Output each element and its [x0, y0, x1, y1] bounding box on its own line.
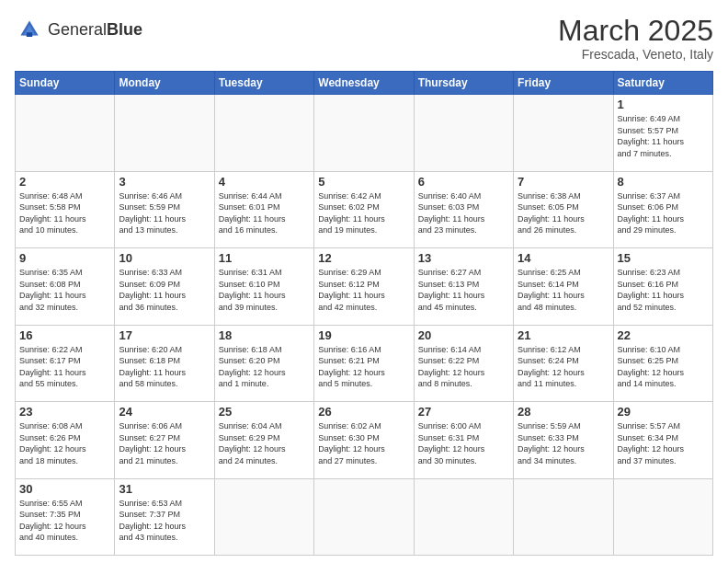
- day-header-monday: Monday: [115, 72, 214, 95]
- calendar-cell: [613, 478, 712, 555]
- day-info: Sunrise: 6:55 AM Sunset: 7:35 PM Dayligh…: [19, 498, 110, 544]
- day-info: Sunrise: 6:10 AM Sunset: 6:25 PM Dayligh…: [618, 344, 709, 390]
- calendar-table: SundayMondayTuesdayWednesdayThursdayFrid…: [15, 71, 713, 556]
- day-number: 28: [518, 405, 609, 419]
- day-info: Sunrise: 6:46 AM Sunset: 5:59 PM Dayligh…: [119, 190, 210, 236]
- calendar-cell: [115, 95, 214, 171]
- calendar-week-5: 30Sunrise: 6:55 AM Sunset: 7:35 PM Dayli…: [16, 478, 713, 555]
- day-header-friday: Friday: [514, 72, 613, 95]
- day-info: Sunrise: 6:31 AM Sunset: 6:10 PM Dayligh…: [219, 267, 310, 313]
- day-number: 3: [119, 175, 210, 189]
- calendar-cell: [214, 95, 313, 171]
- calendar-header-row: SundayMondayTuesdayWednesdayThursdayFrid…: [16, 72, 713, 95]
- day-info: Sunrise: 6:35 AM Sunset: 6:08 PM Dayligh…: [19, 267, 110, 313]
- title-block: March 2025 Frescada, Veneto, Italy: [558, 15, 713, 62]
- day-info: Sunrise: 6:20 AM Sunset: 6:18 PM Dayligh…: [119, 344, 210, 390]
- calendar-cell: 19Sunrise: 6:16 AM Sunset: 6:21 PM Dayli…: [314, 325, 414, 401]
- calendar-cell: 26Sunrise: 6:02 AM Sunset: 6:30 PM Dayli…: [314, 402, 414, 478]
- day-info: Sunrise: 6:23 AM Sunset: 6:16 PM Dayligh…: [618, 267, 709, 313]
- day-number: 26: [318, 405, 409, 419]
- day-info: Sunrise: 6:38 AM Sunset: 6:05 PM Dayligh…: [518, 190, 609, 236]
- calendar-cell: 23Sunrise: 6:08 AM Sunset: 6:26 PM Dayli…: [16, 402, 115, 478]
- day-number: 27: [418, 405, 509, 419]
- day-number: 22: [618, 328, 709, 342]
- calendar-cell: 24Sunrise: 6:06 AM Sunset: 6:27 PM Dayli…: [115, 402, 214, 478]
- day-info: Sunrise: 6:00 AM Sunset: 6:31 PM Dayligh…: [418, 420, 509, 466]
- day-info: Sunrise: 6:06 AM Sunset: 6:27 PM Dayligh…: [119, 420, 210, 466]
- calendar-cell: [214, 478, 313, 555]
- day-info: Sunrise: 6:12 AM Sunset: 6:24 PM Dayligh…: [518, 344, 609, 390]
- day-number: 2: [19, 175, 110, 189]
- day-info: Sunrise: 6:42 AM Sunset: 6:02 PM Dayligh…: [318, 190, 409, 236]
- calendar-cell: 3Sunrise: 6:46 AM Sunset: 5:59 PM Daylig…: [115, 171, 214, 247]
- calendar-week-3: 16Sunrise: 6:22 AM Sunset: 6:17 PM Dayli…: [16, 325, 713, 401]
- day-number: 15: [618, 251, 709, 265]
- day-number: 18: [219, 328, 310, 342]
- day-info: Sunrise: 6:02 AM Sunset: 6:30 PM Dayligh…: [318, 420, 409, 466]
- day-info: Sunrise: 6:40 AM Sunset: 6:03 PM Dayligh…: [418, 190, 509, 236]
- day-number: 11: [219, 251, 310, 265]
- day-header-sunday: Sunday: [16, 72, 115, 95]
- day-info: Sunrise: 6:08 AM Sunset: 6:26 PM Dayligh…: [19, 420, 110, 466]
- day-number: 21: [518, 328, 609, 342]
- page: GeneralBlue March 2025 Frescada, Veneto,…: [0, 0, 728, 563]
- calendar-cell: [514, 478, 613, 555]
- day-number: 23: [19, 405, 110, 419]
- calendar-cell: 25Sunrise: 6:04 AM Sunset: 6:29 PM Dayli…: [214, 402, 313, 478]
- day-number: 9: [19, 251, 110, 265]
- day-number: 4: [219, 175, 310, 189]
- day-number: 29: [618, 405, 709, 419]
- day-info: Sunrise: 6:04 AM Sunset: 6:29 PM Dayligh…: [219, 420, 310, 466]
- svg-rect-2: [27, 32, 32, 37]
- month-title: March 2025: [558, 15, 713, 47]
- calendar-cell: 13Sunrise: 6:27 AM Sunset: 6:13 PM Dayli…: [414, 248, 513, 325]
- calendar-cell: [314, 95, 414, 171]
- calendar-cell: 20Sunrise: 6:14 AM Sunset: 6:22 PM Dayli…: [414, 325, 513, 401]
- calendar-cell: 1Sunrise: 6:49 AM Sunset: 5:57 PM Daylig…: [613, 95, 712, 171]
- day-number: 30: [19, 482, 110, 496]
- day-info: Sunrise: 6:27 AM Sunset: 6:13 PM Dayligh…: [418, 267, 509, 313]
- logo-text: GeneralBlue: [48, 21, 142, 38]
- day-info: Sunrise: 6:18 AM Sunset: 6:20 PM Dayligh…: [219, 344, 310, 390]
- header: GeneralBlue March 2025 Frescada, Veneto,…: [15, 15, 713, 62]
- calendar-cell: [414, 478, 513, 555]
- day-number: 8: [618, 175, 709, 189]
- day-number: 13: [418, 251, 509, 265]
- calendar-cell: 17Sunrise: 6:20 AM Sunset: 6:18 PM Dayli…: [115, 325, 214, 401]
- generalblue-logo-icon: [15, 15, 44, 44]
- day-number: 7: [518, 175, 609, 189]
- calendar-week-0: 1Sunrise: 6:49 AM Sunset: 5:57 PM Daylig…: [16, 95, 713, 171]
- calendar-cell: [514, 95, 613, 171]
- calendar-cell: 15Sunrise: 6:23 AM Sunset: 6:16 PM Dayli…: [613, 248, 712, 325]
- calendar-cell: 22Sunrise: 6:10 AM Sunset: 6:25 PM Dayli…: [613, 325, 712, 401]
- day-header-wednesday: Wednesday: [314, 72, 414, 95]
- day-info: Sunrise: 6:44 AM Sunset: 6:01 PM Dayligh…: [219, 190, 310, 236]
- calendar-cell: 18Sunrise: 6:18 AM Sunset: 6:20 PM Dayli…: [214, 325, 313, 401]
- calendar-cell: 28Sunrise: 5:59 AM Sunset: 6:33 PM Dayli…: [514, 402, 613, 478]
- day-number: 19: [318, 328, 409, 342]
- day-info: Sunrise: 6:49 AM Sunset: 5:57 PM Dayligh…: [618, 113, 709, 159]
- calendar-cell: 14Sunrise: 6:25 AM Sunset: 6:14 PM Dayli…: [514, 248, 613, 325]
- day-number: 6: [418, 175, 509, 189]
- day-header-saturday: Saturday: [613, 72, 712, 95]
- day-number: 16: [19, 328, 110, 342]
- calendar-cell: 4Sunrise: 6:44 AM Sunset: 6:01 PM Daylig…: [214, 171, 313, 247]
- calendar-week-2: 9Sunrise: 6:35 AM Sunset: 6:08 PM Daylig…: [16, 248, 713, 325]
- day-number: 20: [418, 328, 509, 342]
- day-info: Sunrise: 5:57 AM Sunset: 6:34 PM Dayligh…: [618, 420, 709, 466]
- day-info: Sunrise: 6:14 AM Sunset: 6:22 PM Dayligh…: [418, 344, 509, 390]
- day-info: Sunrise: 6:22 AM Sunset: 6:17 PM Dayligh…: [19, 344, 110, 390]
- day-number: 25: [219, 405, 310, 419]
- location-subtitle: Frescada, Veneto, Italy: [558, 47, 713, 62]
- day-number: 31: [119, 482, 210, 496]
- logo: GeneralBlue: [15, 15, 142, 44]
- calendar-cell: 27Sunrise: 6:00 AM Sunset: 6:31 PM Dayli…: [414, 402, 513, 478]
- day-header-thursday: Thursday: [414, 72, 513, 95]
- day-header-tuesday: Tuesday: [214, 72, 313, 95]
- calendar-cell: [314, 478, 414, 555]
- day-info: Sunrise: 5:59 AM Sunset: 6:33 PM Dayligh…: [518, 420, 609, 466]
- calendar-week-4: 23Sunrise: 6:08 AM Sunset: 6:26 PM Dayli…: [16, 402, 713, 478]
- calendar-cell: 10Sunrise: 6:33 AM Sunset: 6:09 PM Dayli…: [115, 248, 214, 325]
- day-info: Sunrise: 6:33 AM Sunset: 6:09 PM Dayligh…: [119, 267, 210, 313]
- day-number: 5: [318, 175, 409, 189]
